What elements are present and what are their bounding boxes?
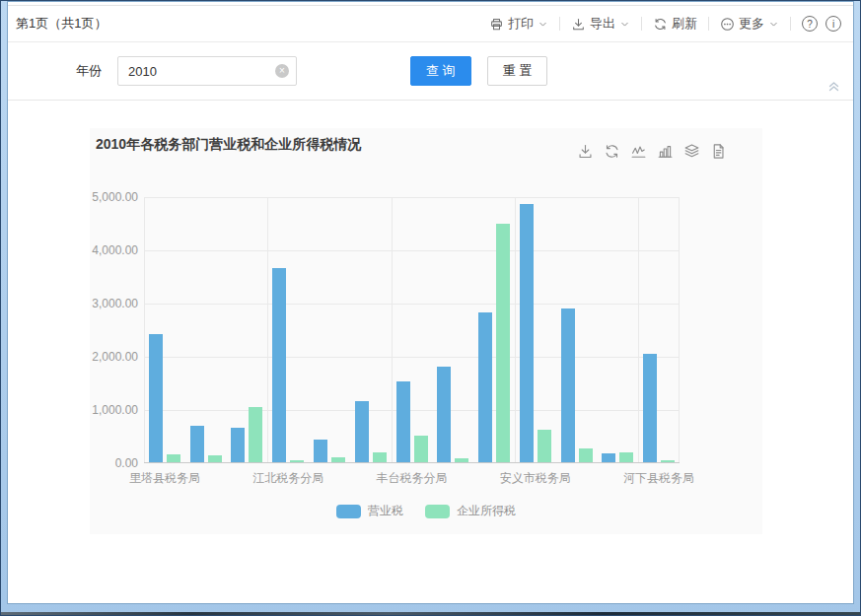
x-axis-tick-label: 丰台税务分局 [377, 470, 448, 487]
report-page: 第1页（共1页） 打印 导出 刷新 [7, 1, 854, 604]
pagination-label: 第1页（共1页） [16, 15, 107, 33]
download-icon [571, 17, 586, 32]
year-input-wrapper: × [117, 56, 297, 86]
bar-series1-cat11[interactable] [619, 452, 633, 462]
legend-item-series0[interactable]: 营业税 [336, 503, 403, 519]
bar-series1-cat7[interactable] [455, 458, 468, 462]
collapse-panel-button[interactable] [827, 79, 840, 97]
x-axis-tick-label: 河下县税务局 [623, 470, 694, 487]
y-axis-tick-label: 2,000.00 [90, 350, 138, 364]
print-button[interactable]: 打印 [489, 15, 548, 33]
bar-series1-cat5[interactable] [373, 452, 387, 462]
data-view-icon[interactable] [710, 143, 727, 160]
line-chart-icon[interactable] [630, 143, 647, 160]
help-circle-icon[interactable]: ? [802, 16, 818, 32]
export-button[interactable]: 导出 [571, 15, 630, 33]
y-axis-tick-label: 0.00 [90, 456, 138, 470]
chart-widget: 2010年各税务部门营业税和企业所得税情况 0.001,000.002,000.… [90, 128, 762, 534]
toolbar-separator [708, 17, 709, 31]
chevron-down-icon [538, 19, 548, 30]
bar-series0-cat1[interactable] [190, 426, 204, 462]
gridline-vertical [144, 197, 145, 462]
y-axis-tick-label: 3,000.00 [90, 297, 138, 310]
gridline-horizontal [144, 357, 680, 358]
y-axis-tick-label: 4,000.00 [90, 243, 138, 257]
legend-item-series1[interactable]: 企业所得税 [425, 503, 516, 519]
bar-series0-cat6[interactable] [396, 381, 410, 462]
bar-series1-cat0[interactable] [167, 454, 180, 462]
bar-series0-cat8[interactable] [478, 312, 492, 462]
reset-button[interactable]: 重 置 [487, 56, 548, 86]
x-axis-tick-label: 里塔县税务局 [129, 470, 200, 487]
gridline-vertical [679, 197, 680, 462]
y-axis-tick-label: 1,000.00 [90, 403, 138, 417]
y-axis-tick-label: 5,000.00 [90, 190, 138, 204]
toolbar-actions: 打印 导出 刷新 更多 [489, 15, 841, 33]
gridline-horizontal [144, 410, 680, 411]
filter-bar: 年份 × 查 询 重 置 [8, 42, 853, 101]
bar-series1-cat10[interactable] [579, 448, 593, 462]
bar-series0-cat0[interactable] [149, 334, 163, 462]
bar-series1-cat1[interactable] [208, 455, 222, 462]
gridline-vertical [515, 197, 516, 462]
report-content: 2010年各税务部门营业税和企业所得税情况 0.001,000.002,000.… [8, 101, 853, 603]
info-circle-icon[interactable]: i [825, 16, 841, 32]
refresh-label: 刷新 [672, 15, 697, 33]
bar-series1-cat6[interactable] [414, 436, 428, 462]
double-chevron-up-icon [827, 80, 840, 93]
refresh-button[interactable]: 刷新 [653, 15, 697, 33]
gridline-horizontal [144, 197, 680, 198]
chart-title: 2010年各税务部门营业税和企业所得税情况 [96, 136, 361, 154]
bar-series1-cat2[interactable] [249, 407, 262, 462]
legend-label: 营业税 [368, 503, 403, 519]
gridline-vertical [267, 197, 268, 462]
bar-chart-icon[interactable] [657, 143, 674, 160]
gridline-horizontal [144, 304, 680, 305]
more-button[interactable]: 更多 [720, 15, 779, 33]
chart-toolbox [577, 143, 727, 160]
bar-series0-cat5[interactable] [355, 401, 369, 462]
chevron-down-icon [619, 19, 630, 30]
legend-swatch [336, 505, 361, 518]
query-button[interactable]: 查 询 [410, 56, 471, 86]
bar-series0-cat12[interactable] [643, 354, 657, 462]
plot-area [144, 197, 680, 463]
x-axis-tick-label: 安义市税务局 [500, 470, 571, 487]
toolbar-separator [559, 17, 560, 31]
chart-legend: 营业税企业所得税 [90, 503, 762, 519]
export-label: 导出 [590, 15, 615, 33]
application-window: 第1页（共1页） 打印 导出 刷新 [0, 0, 861, 616]
year-input[interactable] [117, 56, 297, 86]
year-label: 年份 [76, 62, 102, 80]
legend-label: 企业所得税 [457, 503, 516, 519]
refresh-icon [653, 17, 668, 32]
bar-series1-cat3[interactable] [290, 460, 304, 462]
more-circle-icon [720, 17, 735, 32]
clear-icon[interactable]: × [275, 64, 289, 78]
bar-series0-cat9[interactable] [520, 204, 534, 462]
print-label: 打印 [508, 15, 534, 33]
bar-series1-cat4[interactable] [331, 457, 345, 462]
save-image-icon[interactable] [577, 143, 594, 160]
chevron-down-icon [768, 19, 779, 30]
restore-icon[interactable] [604, 143, 620, 160]
bar-series0-cat3[interactable] [272, 268, 286, 462]
top-toolbar: 第1页（共1页） 打印 导出 刷新 [8, 5, 853, 42]
bar-series0-cat2[interactable] [231, 428, 245, 462]
bar-series1-cat12[interactable] [661, 460, 675, 462]
bar-series0-cat4[interactable] [314, 440, 327, 462]
bar-series0-cat11[interactable] [602, 453, 615, 462]
stack-icon[interactable] [683, 143, 700, 160]
more-label: 更多 [739, 15, 764, 33]
printer-icon [489, 17, 504, 32]
x-axis-tick-label: 江北税务分局 [252, 470, 323, 487]
gridline-vertical [392, 197, 393, 462]
legend-swatch [425, 505, 450, 518]
bar-series1-cat8[interactable] [496, 224, 510, 462]
bar-series1-cat9[interactable] [538, 430, 551, 462]
bar-series0-cat7[interactable] [437, 367, 451, 462]
toolbar-separator [790, 17, 791, 31]
gridline-horizontal [144, 250, 680, 251]
gridline-vertical [638, 197, 639, 462]
bar-series0-cat10[interactable] [561, 308, 575, 462]
